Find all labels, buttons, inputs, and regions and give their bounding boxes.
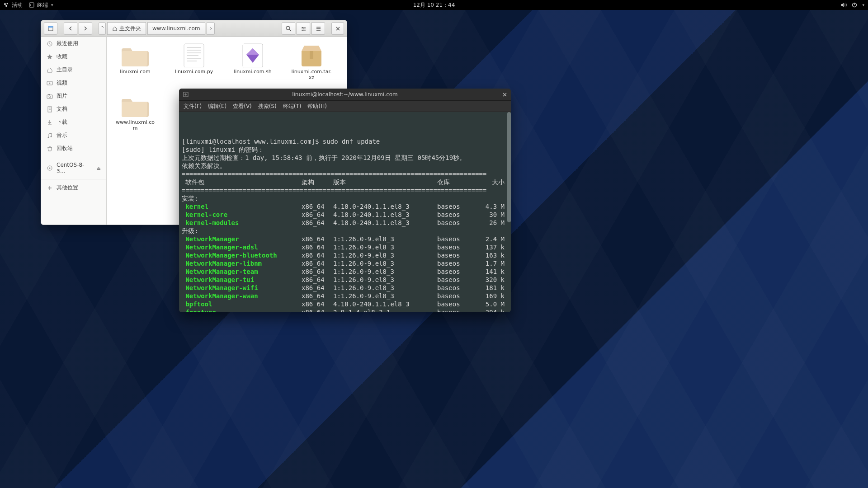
trash-icon bbox=[47, 145, 53, 152]
sidebar-item-label: CentOS-8-3… bbox=[57, 162, 93, 174]
activities-button[interactable]: 活动 bbox=[4, 1, 23, 9]
svg-point-2 bbox=[5, 5, 7, 7]
svg-point-28 bbox=[48, 136, 49, 138]
sidebar-item-download[interactable]: 下载 bbox=[41, 116, 106, 129]
sidebar-item-label: 下载 bbox=[57, 118, 67, 126]
new-tab-button[interactable] bbox=[183, 91, 189, 98]
svg-rect-23 bbox=[48, 94, 50, 95]
sidebar-item-doc[interactable]: 文档 bbox=[41, 103, 106, 116]
folder-icon bbox=[122, 93, 149, 117]
video-icon bbox=[47, 80, 53, 86]
svg-point-33 bbox=[49, 168, 51, 169]
sidebar-item-camera[interactable]: 图片 bbox=[41, 89, 106, 103]
sidebar-item-home[interactable]: 主目录 bbox=[41, 63, 106, 76]
path-segment-current[interactable]: www.linuxmi.com bbox=[147, 22, 205, 35]
sidebar-item-label: 回收站 bbox=[57, 145, 73, 152]
terminal-menu-item[interactable]: 文件(F) bbox=[184, 103, 202, 110]
activities-label: 活动 bbox=[12, 1, 23, 9]
file-item[interactable]: linuxmi.com bbox=[115, 42, 156, 80]
terminal-title-text: linuxmi@localhost:~/www.linuxmi.com bbox=[292, 91, 398, 98]
svg-point-22 bbox=[49, 96, 51, 98]
svg-point-13 bbox=[302, 27, 303, 28]
music-icon bbox=[47, 132, 53, 139]
svg-rect-7 bbox=[48, 26, 53, 28]
terminal-menubar: 文件(F)编辑(E)查看(V)搜索(S)终端(T)帮助(H) bbox=[179, 101, 511, 112]
file-item[interactable]: linuxmi.com.py bbox=[174, 42, 214, 80]
terminal-menu-item[interactable]: 编辑(E) bbox=[208, 103, 226, 110]
eject-icon[interactable]: ⏏ bbox=[97, 166, 101, 171]
close-window-button[interactable] bbox=[331, 22, 344, 35]
svg-line-9 bbox=[289, 29, 291, 31]
sidebar-item-trash[interactable]: 回收站 bbox=[41, 142, 106, 155]
new-window-button[interactable] bbox=[44, 22, 57, 35]
terminal-menu-item[interactable]: 帮助(H) bbox=[307, 103, 326, 110]
hamburger-menu-button[interactable] bbox=[311, 22, 325, 35]
clock-icon bbox=[47, 41, 53, 47]
view-controls-button[interactable] bbox=[297, 22, 310, 35]
path-segment-home[interactable]: 主文件夹 bbox=[107, 22, 146, 35]
files-headerbar: 主文件夹 www.linuxmi.com bbox=[41, 20, 347, 37]
svg-point-14 bbox=[303, 28, 304, 29]
path-up-button[interactable] bbox=[99, 22, 106, 35]
sidebar-item-disk[interactable]: CentOS-8-3…⏏ bbox=[41, 159, 106, 177]
file-item[interactable]: linuxmi.com.tar.xz bbox=[291, 42, 332, 80]
disk-icon bbox=[47, 165, 53, 171]
sidebar-item-star[interactable]: 收藏 bbox=[41, 50, 106, 63]
sidebar-item-label: 最近使用 bbox=[57, 40, 78, 47]
terminal-icon bbox=[29, 2, 34, 8]
chevron-down-icon: ▾ bbox=[51, 3, 53, 7]
camera-icon bbox=[47, 93, 53, 99]
sidebar-item-label: 视频 bbox=[57, 79, 67, 87]
doc-icon bbox=[47, 106, 53, 113]
path-more-button[interactable] bbox=[207, 22, 215, 35]
sidebar-item-clock[interactable]: 最近使用 bbox=[41, 37, 106, 50]
nav-back-button[interactable] bbox=[64, 22, 77, 35]
terminal-menu-item[interactable]: 搜索(S) bbox=[258, 103, 277, 110]
terminal-output[interactable]: [linuxmi@localhost www.linuxmi.com]$ sud… bbox=[179, 112, 511, 312]
file-item[interactable]: linuxmi.com.sh bbox=[232, 42, 273, 80]
sidebar-item-label: 收藏 bbox=[57, 53, 67, 61]
sidebar-item-label: 音乐 bbox=[57, 131, 67, 139]
terminal-menu-item[interactable]: 终端(T) bbox=[283, 103, 302, 110]
star-icon bbox=[47, 54, 53, 60]
textfile-icon bbox=[180, 42, 208, 67]
svg-point-1 bbox=[7, 3, 8, 5]
terminal-window: linuxmi@localhost:~/www.linuxmi.com 文件(F… bbox=[179, 89, 511, 312]
svg-point-0 bbox=[4, 3, 6, 5]
sidebar-item-plus[interactable]: 其他位置 bbox=[41, 181, 106, 194]
terminal-close-button[interactable] bbox=[501, 91, 508, 98]
svg-point-8 bbox=[286, 26, 290, 30]
terminal-titlebar[interactable]: linuxmi@localhost:~/www.linuxmi.com bbox=[179, 89, 511, 101]
file-label: linuxmi.com.tar.xz bbox=[291, 69, 332, 80]
svg-point-29 bbox=[51, 136, 52, 137]
svg-point-15 bbox=[302, 30, 303, 31]
sidebar-item-label: 文档 bbox=[57, 105, 67, 113]
terminal-menu-item[interactable]: 查看(V) bbox=[233, 103, 252, 110]
files-sidebar: 最近使用收藏主目录视频图片文档下载音乐回收站CentOS-8-3…⏏其他位置 bbox=[41, 37, 107, 225]
svg-rect-3 bbox=[29, 3, 34, 7]
gnome-logo-icon bbox=[4, 2, 9, 8]
download-icon bbox=[47, 119, 53, 126]
sidebar-item-video[interactable]: 视频 bbox=[41, 76, 106, 89]
app-menu-label: 终端 bbox=[37, 1, 48, 9]
path-current-label: www.linuxmi.com bbox=[152, 25, 200, 32]
home-icon bbox=[47, 67, 53, 73]
file-label: linuxmi.com.py bbox=[175, 69, 213, 75]
home-icon bbox=[112, 26, 118, 31]
search-button[interactable] bbox=[282, 22, 295, 35]
app-menu[interactable]: 终端 ▾ bbox=[29, 1, 53, 9]
svg-rect-21 bbox=[47, 95, 52, 99]
diamond-icon bbox=[239, 42, 266, 67]
clock-text: 12月 10 21：44 bbox=[413, 2, 455, 8]
sidebar-item-label: 主目录 bbox=[57, 66, 73, 74]
nav-forward-button[interactable] bbox=[79, 22, 92, 35]
package-icon bbox=[298, 42, 325, 67]
folder-icon bbox=[122, 42, 149, 67]
sidebar-item-music[interactable]: 音乐 bbox=[41, 129, 106, 142]
terminal-scrollbar[interactable] bbox=[507, 112, 511, 222]
top-panel: 活动 终端 ▾ 12月 10 21：44 ▾ bbox=[0, 0, 651, 10]
sidebar-item-label: 图片 bbox=[57, 92, 67, 100]
file-item[interactable]: www.linuxmi.com bbox=[115, 93, 156, 131]
path-home-label: 主文件夹 bbox=[119, 25, 141, 33]
clock[interactable]: 12月 10 21：44 bbox=[413, 1, 455, 9]
